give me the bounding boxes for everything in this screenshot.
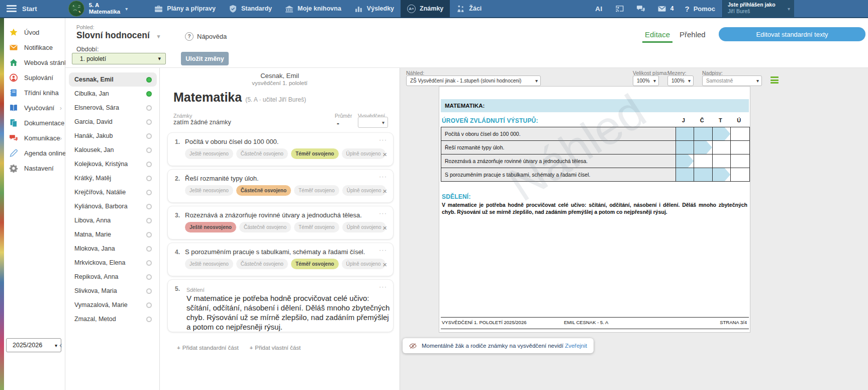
- publish-link[interactable]: Zveřejnit: [565, 343, 587, 349]
- chat-icon[interactable]: [636, 5, 646, 13]
- view-selector[interactable]: Slovní hodnocení ▾: [76, 30, 160, 41]
- student-row[interactable]: Repiková, Anna: [69, 270, 157, 284]
- tab-prehled[interactable]: Přehled: [680, 30, 706, 39]
- student-row[interactable]: Mlokova, Jana: [69, 242, 157, 256]
- user-account-menu[interactable]: Jste přihlášen jako Jiří Bureš ▾: [722, 0, 794, 18]
- grade-icon: A+: [407, 5, 416, 13]
- cast-screen-icon[interactable]: [615, 5, 625, 13]
- student-row[interactable]: Cesnak, Emil: [69, 72, 157, 87]
- level-pill[interactable]: Úplně osvojeno: [342, 222, 386, 232]
- level-pill[interactable]: Téměř osvojeno: [294, 185, 339, 196]
- student-row[interactable]: Vymazalová, Marie: [69, 298, 157, 312]
- level-pill-selected[interactable]: Téměř osvojeno: [291, 259, 339, 269]
- spacing-select[interactable]: 100% ▾: [667, 75, 694, 86]
- level-pills: Ještě neosvojenoČástečně osvojenoTéměř o…: [185, 222, 386, 232]
- clear-selection-icon[interactable]: ×: [382, 187, 387, 195]
- level-pill[interactable]: Částečně osvojeno: [236, 148, 288, 159]
- level-pill-selected[interactable]: Částečně osvojeno: [236, 185, 291, 196]
- student-row[interactable]: Hanák, Jakub: [69, 129, 157, 143]
- level-pill[interactable]: Částečně osvojeno: [239, 222, 291, 232]
- sidebar-item[interactable]: Úvod: [4, 25, 65, 40]
- sidebar-item[interactable]: Suplování: [4, 70, 65, 85]
- unread-count-badge: 4: [670, 5, 674, 12]
- class-subject-selector[interactable]: 5. A Matematika ▾: [68, 1, 128, 17]
- level-pill[interactable]: Téměř osvojeno: [294, 222, 339, 232]
- level-pill[interactable]: Úplně osvojeno: [342, 185, 386, 196]
- footer-right: STRANA 3/4: [720, 320, 747, 325]
- student-row[interactable]: Mrkvickova, Elena: [69, 256, 157, 270]
- sidebar-item[interactable]: Komunikace ›: [4, 130, 65, 145]
- people-icon: [456, 5, 465, 13]
- more-options-icon[interactable]: ···: [379, 209, 387, 217]
- level-cell: [731, 168, 749, 181]
- level-pill[interactable]: Úplně osvojeno: [342, 148, 385, 159]
- ai-button[interactable]: AI: [595, 5, 603, 13]
- collapse-sidebar-button[interactable]: ‹: [59, 340, 62, 350]
- chevron-down-icon: ▾: [788, 6, 790, 12]
- level-pill[interactable]: Ještě neosvojeno: [185, 185, 233, 196]
- student-row[interactable]: Elsnerová, Sára: [69, 101, 157, 115]
- level-pill[interactable]: Ještě neosvojeno: [185, 259, 233, 269]
- sidebar-item[interactable]: Notifikace: [4, 40, 65, 55]
- preview-menu-icon[interactable]: [770, 76, 779, 84]
- student-row[interactable]: Cibulka, Jan: [69, 87, 157, 101]
- student-row[interactable]: Garcia, David: [69, 115, 157, 129]
- student-row[interactable]: Kalousek, Jan: [69, 143, 157, 157]
- student-row[interactable]: Krejčířová, Natálie: [69, 185, 157, 199]
- student-row[interactable]: Matna, Marie: [69, 227, 157, 242]
- preview-row-text: Rozeznává a znázorňuje rovinné útvary a …: [441, 154, 676, 168]
- sidebar-item[interactable]: Dokumentace ›: [4, 115, 65, 130]
- school-year-select[interactable]: 2025/2026 ▾: [6, 338, 61, 352]
- period-select[interactable]: 1. pololetí ▾: [72, 53, 166, 64]
- chevron-down-icon: ▾: [382, 120, 384, 125]
- edit-standard-texts-button[interactable]: Editovat standardní texty: [719, 27, 865, 41]
- student-row[interactable]: Kolejková, Kristýna: [69, 157, 157, 171]
- template-select[interactable]: ZŠ Vysvědčení jinak - 1.stupeň (slovni h…: [406, 75, 541, 86]
- certificate-grade-select[interactable]: ▾: [358, 117, 388, 128]
- note-text-input[interactable]: V matematice je potřeba hodně procvičova…: [186, 293, 390, 332]
- nav-start[interactable]: Start: [22, 5, 37, 13]
- nav-menu-item[interactable]: Moje knihovna: [278, 0, 348, 18]
- student-row[interactable]: Krátký, Matěj: [69, 171, 157, 185]
- level-pill[interactable]: Částečně osvojeno: [236, 259, 288, 269]
- more-options-icon[interactable]: ···: [379, 173, 387, 180]
- level-pill[interactable]: Ještě neosvojeno: [185, 148, 233, 159]
- nav-menu-item[interactable]: Výsledky: [348, 0, 401, 18]
- student-row[interactable]: Slivkova, Maria: [69, 284, 157, 298]
- add-custom-part-button[interactable]: +Přidat vlastní část: [250, 345, 301, 351]
- nav-menu-item[interactable]: A+ Známky: [401, 0, 450, 18]
- level-arrow-cell: [713, 127, 731, 140]
- student-row[interactable]: Zmazal, Metod: [69, 312, 157, 326]
- clear-selection-icon[interactable]: ×: [382, 260, 387, 269]
- clear-selection-icon[interactable]: ×: [382, 223, 387, 232]
- headings-select[interactable]: Samostatně ▾: [702, 75, 762, 86]
- more-options-icon[interactable]: ···: [379, 283, 387, 290]
- nav-menu-item[interactable]: Plány a přípravy: [148, 0, 222, 18]
- messages-button[interactable]: 4: [657, 5, 674, 13]
- student-row[interactable]: Kyliánová, Barbora: [69, 199, 157, 213]
- level-pill-selected[interactable]: Ještě neosvojeno: [185, 222, 236, 232]
- nav-menu-item[interactable]: Standardy: [222, 0, 278, 18]
- hamburger-menu-icon[interactable]: [7, 5, 17, 12]
- help-link[interactable]: ? Nápověda: [185, 32, 227, 41]
- sidebar-item[interactable]: Vyučování ›: [4, 100, 65, 115]
- sidebar-item[interactable]: Webová stránka: [4, 55, 65, 70]
- tab-editace[interactable]: Editace: [645, 30, 670, 39]
- nav-menu-item[interactable]: Žáci: [450, 0, 488, 18]
- level-pill-selected[interactable]: Téměř osvojeno: [291, 148, 339, 159]
- clear-selection-icon[interactable]: ×: [382, 150, 387, 159]
- level-cell: [713, 154, 731, 168]
- more-options-icon[interactable]: ···: [379, 136, 387, 143]
- add-standard-part-button[interactable]: +Přidat standardní část: [177, 345, 239, 351]
- more-options-icon[interactable]: ···: [379, 246, 387, 254]
- level-pill[interactable]: Úplně osvojeno: [342, 259, 385, 269]
- status-dot: [146, 190, 152, 195]
- sidebar-item[interactable]: Nastavení: [4, 161, 65, 176]
- save-changes-button[interactable]: Uložit změny: [181, 52, 229, 65]
- sidebar-item[interactable]: Agenda online: [4, 145, 65, 161]
- help-button[interactable]: Pomoc: [694, 5, 715, 13]
- sidebar-item[interactable]: Třídní kniha: [4, 85, 65, 100]
- add-part-links: +Přidat standardní část +Přidat vlastní …: [177, 345, 301, 351]
- student-row[interactable]: Libova, Anna: [69, 213, 157, 227]
- font-size-select[interactable]: 100% ▾: [633, 75, 659, 86]
